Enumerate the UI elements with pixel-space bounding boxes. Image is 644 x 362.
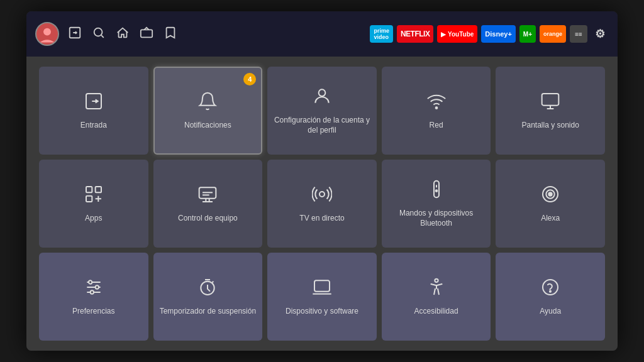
ayuda-item[interactable]: Ayuda xyxy=(496,253,605,341)
apps-grid-icon xyxy=(84,184,104,209)
entrada-nav-icon[interactable] xyxy=(68,26,82,43)
accesibilidad-item[interactable]: Accesibilidad xyxy=(382,253,491,341)
preferencias-item[interactable]: Preferencias xyxy=(39,253,148,341)
laptop-icon xyxy=(312,277,332,302)
mandos-label: Mandos y dispositivos Bluetooth xyxy=(388,209,485,228)
tv-frame: primevideo NETFLIX ▶ YouTube Disney+ M+ … xyxy=(26,11,618,351)
red-label: Red xyxy=(430,121,443,131)
entrada-icon xyxy=(84,91,104,116)
cuenta-item[interactable]: Configuración de la cuenta y del perfil xyxy=(267,67,377,155)
notificaciones-label: Notificaciones xyxy=(184,121,231,131)
accesibilidad-label: Accesibilidad xyxy=(414,307,458,317)
alexa-item[interactable]: Alexa xyxy=(496,160,605,248)
svg-point-2 xyxy=(94,28,103,36)
movistar-logo[interactable]: M+ xyxy=(519,25,536,43)
svg-rect-3 xyxy=(141,30,152,37)
tv-directo-label: TV en directo xyxy=(299,214,344,224)
youtube-logo[interactable]: ▶ YouTube xyxy=(437,25,477,43)
ayuda-label: Ayuda xyxy=(540,307,561,317)
notification-badge: 4 xyxy=(243,73,256,85)
temporizador-label: Temporizador de suspensión xyxy=(160,307,256,317)
red-item[interactable]: Red xyxy=(382,67,491,155)
main-content: Entrada 4 Notificaciones xyxy=(26,57,618,351)
wifi-icon xyxy=(426,91,447,116)
sliders-icon xyxy=(84,277,104,302)
notificaciones-item[interactable]: 4 Notificaciones xyxy=(153,67,263,155)
temporizador-item[interactable]: Temporizador de suspensión xyxy=(153,253,263,341)
tv-directo-item[interactable]: TV en directo xyxy=(267,160,377,248)
control-label: Control de equipo xyxy=(178,214,238,224)
svg-point-5 xyxy=(319,89,326,96)
home-nav-icon[interactable] xyxy=(116,26,130,43)
pantalla-item[interactable]: Pantalla y sonido xyxy=(496,67,605,155)
orange-logo[interactable]: orange xyxy=(540,25,566,43)
svg-point-24 xyxy=(89,280,92,283)
entrada-item[interactable]: Entrada xyxy=(39,67,148,155)
settings-grid: Entrada 4 Notificaciones xyxy=(39,67,605,341)
app-logos: primevideo NETFLIX ▶ YouTube Disney+ M+ … xyxy=(370,25,609,43)
svg-rect-9 xyxy=(95,187,101,192)
svg-point-25 xyxy=(95,285,98,288)
top-bar: primevideo NETFLIX ▶ YouTube Disney+ M+ … xyxy=(26,11,618,57)
menu-logo[interactable]: ≡≡ xyxy=(570,25,587,43)
svg-point-26 xyxy=(90,290,93,293)
apps-label: Apps xyxy=(85,214,102,224)
disney-logo[interactable]: Disney+ xyxy=(481,25,516,43)
remote-icon xyxy=(426,179,447,204)
svg-point-17 xyxy=(435,190,437,192)
avatar[interactable] xyxy=(35,22,59,46)
question-icon xyxy=(540,277,560,302)
svg-point-0 xyxy=(43,28,51,36)
tv-nav-icon[interactable] xyxy=(140,26,153,43)
svg-point-31 xyxy=(550,290,551,292)
entrada-label: Entrada xyxy=(80,121,107,131)
search-nav-icon[interactable] xyxy=(92,26,106,43)
prime-video-logo[interactable]: primevideo xyxy=(370,25,393,43)
person-icon xyxy=(312,86,332,111)
cuenta-label: Configuración de la cuenta y del perfil xyxy=(274,116,370,135)
bookmark-nav-icon[interactable] xyxy=(164,26,177,43)
svg-rect-7 xyxy=(542,94,559,106)
preferencias-label: Preferencias xyxy=(72,307,114,317)
svg-point-6 xyxy=(435,107,437,109)
alexa-label: Alexa xyxy=(541,214,560,224)
svg-point-14 xyxy=(319,192,325,197)
svg-point-29 xyxy=(435,278,438,282)
dispositivo-item[interactable]: Dispositivo y software xyxy=(267,253,377,341)
dispositivo-label: Dispositivo y software xyxy=(286,307,358,317)
alexa-icon xyxy=(540,184,560,209)
pantalla-label: Pantalla y sonido xyxy=(521,121,579,131)
bell-icon xyxy=(197,91,218,116)
computer-icon xyxy=(197,184,218,209)
mandos-item[interactable]: Mandos y dispositivos Bluetooth xyxy=(382,160,491,248)
nav-icons xyxy=(68,26,177,43)
netflix-logo[interactable]: NETFLIX xyxy=(397,25,434,43)
timer-icon xyxy=(197,277,218,302)
apps-item[interactable]: Apps xyxy=(39,160,148,248)
settings-icon[interactable]: ⚙ xyxy=(591,25,609,43)
svg-rect-28 xyxy=(314,280,330,291)
svg-rect-10 xyxy=(86,195,92,201)
control-item[interactable]: Control de equipo xyxy=(153,160,263,248)
monitor-icon xyxy=(540,91,560,116)
svg-rect-8 xyxy=(86,187,92,192)
accessibility-icon xyxy=(426,277,447,302)
svg-point-20 xyxy=(549,192,552,195)
svg-rect-15 xyxy=(434,181,439,198)
broadcast-icon xyxy=(312,184,332,209)
